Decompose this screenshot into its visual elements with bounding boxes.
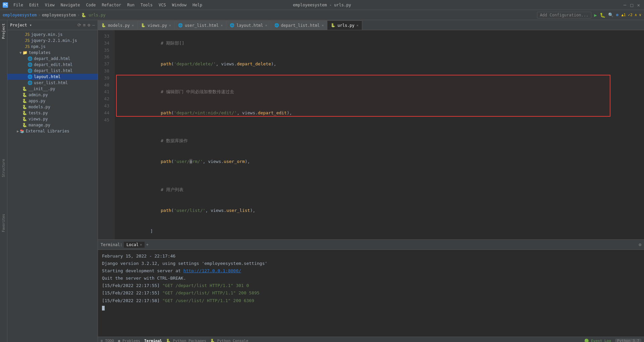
terminal-content: February 15, 2022 - 22:17:46 Django vers… <box>98 250 644 337</box>
tab-layout[interactable]: 🌐 layout.html ✕ <box>226 20 271 30</box>
file-jquery-min[interactable]: JS jquery.min.js <box>7 32 98 38</box>
panel-title: Project ▾ <box>10 23 32 27</box>
file-tests[interactable]: 🐍 tests.py <box>7 110 98 116</box>
breadcrumb: employeesystem › employeesystem › 🐍 urls… <box>3 12 106 17</box>
collapse-icon[interactable]: ≡ <box>83 22 86 27</box>
run-button[interactable]: ▶ <box>594 12 597 18</box>
maximize-button[interactable]: □ <box>629 2 634 8</box>
tab-views[interactable]: 🐍 views.py ✕ <box>138 20 175 30</box>
structure-strip-label[interactable]: Structure <box>2 159 5 177</box>
html-file-icon: 🌐 <box>28 74 33 79</box>
terminal-settings-icon[interactable]: ⚙ <box>639 242 641 247</box>
event-log-button[interactable]: 🟢 Event Log <box>584 339 611 342</box>
terminal-tab-local[interactable]: Local ✕ <box>124 242 145 248</box>
file-apps[interactable]: 🐍 apps.py <box>7 98 98 104</box>
sync-icon[interactable]: ⟳ <box>77 22 81 27</box>
terminal-button[interactable]: Terminal <box>144 339 162 342</box>
main-container: Project Structure Favorites Project ▾ ⟳ … <box>0 20 644 342</box>
title-bar: PC File Edit View Navigate Code Refactor… <box>0 0 644 10</box>
code-line-39: # 数据库操作 <box>119 130 640 151</box>
terminal-line-2: Django version 3.2.12, using settings 'e… <box>102 260 640 267</box>
add-config-button[interactable]: Add Configuration... <box>537 12 592 18</box>
python-version[interactable]: Python 3.7 <box>615 339 641 342</box>
line-num-37: 37 <box>98 61 112 68</box>
menu-window[interactable]: Window <box>169 2 189 8</box>
settings-icon[interactable]: ⚙ <box>88 22 90 27</box>
project-panel: Project ▾ ⟳ ≡ ⚙ — JS jquery.min.js JS jq… <box>7 20 98 342</box>
window-title: employeesystem - urls.py <box>293 3 351 7</box>
breadcrumb-dir[interactable]: employeesystem <box>42 13 76 17</box>
terminal-tabs-left: Terminal: Local ✕ + <box>101 242 149 248</box>
menu-vcs[interactable]: VCS <box>156 2 169 8</box>
debug-button[interactable]: 🐛 <box>600 12 605 18</box>
html-file-icon: 🌐 <box>28 68 33 73</box>
menu-refactor[interactable]: Refactor <box>99 2 124 8</box>
line-num-36: 36 <box>98 54 112 61</box>
add-button[interactable]: ⊕ <box>616 12 619 17</box>
code-content[interactable]: # 期际部[] path('depart/delete/', views.dep… <box>115 30 644 239</box>
window-controls[interactable]: ─ □ ✕ <box>622 2 641 8</box>
file-layout[interactable]: 🌐 layout.html <box>7 74 98 80</box>
tab-models[interactable]: 🐍 models.py ✕ <box>98 20 138 30</box>
file-views[interactable]: 🐍 views.py <box>7 116 98 122</box>
minimize-button[interactable]: ─ <box>622 2 628 8</box>
breadcrumb-file[interactable]: 🐍 urls.py <box>81 13 106 17</box>
search-button[interactable]: 🔍 <box>608 12 613 17</box>
line-num-35: 35 <box>98 47 112 54</box>
line-num-34: 34 <box>98 40 112 47</box>
panel-header-icons[interactable]: ⟳ ≡ ⚙ — <box>77 22 95 27</box>
terminal-tabs-bar: Terminal: Local ✕ + ⚙ <box>98 240 644 250</box>
menu-run[interactable]: Run <box>124 2 137 8</box>
expand-icon: ▶ <box>17 129 19 133</box>
server-link[interactable]: http://127.0.0.1:8000/ <box>183 268 241 273</box>
menu-file[interactable]: File <box>11 2 26 8</box>
tab-user-list[interactable]: 🌐 user_list.html ✕ <box>175 20 226 30</box>
file-jquery-221[interactable]: JS jquery-2.2.1.min.js <box>7 38 98 44</box>
breadcrumb-root[interactable]: employeesystem <box>3 13 37 17</box>
menu-help[interactable]: Help <box>190 2 205 8</box>
menu-tools[interactable]: Tools <box>138 2 155 8</box>
terminal-line-5: [15/Feb/2022 22:17:55] "GET /depart/list… <box>102 282 640 289</box>
menu-code[interactable]: Code <box>84 2 99 8</box>
nav-actions[interactable]: Add Configuration... ▶ 🐛 🔍 ⊕ ▲1 ✓2 ∧ ∨ <box>537 12 641 18</box>
terminal-add-button[interactable]: + <box>146 242 149 247</box>
folder-icon: 📁 <box>22 50 28 55</box>
tab-close-models[interactable]: ✕ <box>132 23 134 27</box>
python-packages-button[interactable]: 🐍 Python Packages <box>166 339 206 342</box>
tab-close-depart-list[interactable]: ✕ <box>322 23 324 27</box>
line-num-41: 41 <box>98 89 112 96</box>
terminal-cursor-line <box>102 304 640 312</box>
tab-close-views[interactable]: ✕ <box>169 23 171 27</box>
tab-depart-list[interactable]: 🌐 depart_list.html ✕ <box>271 20 328 30</box>
problems-button[interactable]: ● Problems <box>118 339 140 342</box>
content-area: 🐍 models.py ✕ 🐍 views.py ✕ 🌐 user_list.h… <box>98 20 644 342</box>
tab-urls[interactable]: 🐍 urls.py ✕ <box>327 20 362 30</box>
tab-close-layout[interactable]: ✕ <box>265 23 267 27</box>
file-manage[interactable]: 🐍 manage.py <box>7 122 98 128</box>
menu-bar[interactable]: File Edit View Navigate Code Refactor Ru… <box>11 2 205 8</box>
file-depart-list[interactable]: 🌐 depart_list.html <box>7 68 98 74</box>
minimize-panel-icon[interactable]: — <box>92 22 95 27</box>
menu-navigate[interactable]: Navigate <box>58 2 83 8</box>
code-line-37: path('depart/<int:nid>/edit/', views.dep… <box>119 103 640 123</box>
menu-edit[interactable]: Edit <box>26 2 42 8</box>
file-models[interactable]: 🐍 models.py <box>7 104 98 110</box>
project-strip-label[interactable]: Project <box>1 23 6 39</box>
folder-external-libs[interactable]: ▶ 📚 External Libraries <box>7 128 98 134</box>
file-user-list[interactable]: 🌐 user_list.html <box>7 80 98 86</box>
breadcrumb-sep1: › <box>38 12 41 17</box>
file-admin[interactable]: 🐍 admin.py <box>7 92 98 98</box>
favorites-strip-label[interactable]: Favorites <box>2 214 5 232</box>
file-npm[interactable]: JS npm.js <box>7 44 98 50</box>
terminal-local-close[interactable]: ✕ <box>140 243 142 246</box>
close-button[interactable]: ✕ <box>636 2 641 8</box>
file-depart-add[interactable]: 🌐 depart_add.html <box>7 56 98 62</box>
todo-button[interactable]: ≡ TODO <box>101 339 114 342</box>
tab-close-user-list[interactable]: ✕ <box>221 23 223 27</box>
tab-close-urls[interactable]: ✕ <box>357 23 359 27</box>
folder-templates[interactable]: ▼ 📁 templates <box>7 50 98 56</box>
python-console-button[interactable]: 🐍 Python Console <box>210 339 248 342</box>
file-depart-edit[interactable]: 🌐 depart_edit.html <box>7 62 98 68</box>
menu-view[interactable]: View <box>42 2 57 8</box>
file-init[interactable]: 🐍 __init__.py <box>7 86 98 92</box>
